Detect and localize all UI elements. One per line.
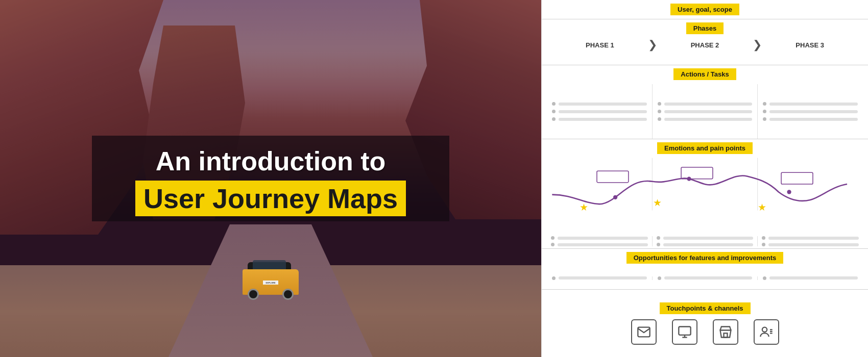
action-line	[657, 243, 754, 246]
action-col-2	[653, 84, 758, 139]
svg-point-13	[762, 327, 766, 332]
line-bar	[559, 103, 647, 106]
line-bar	[768, 243, 859, 246]
line-bar	[558, 243, 648, 246]
line-bar	[663, 243, 754, 246]
bullet-dot	[658, 117, 661, 121]
bullet-dot	[658, 276, 661, 280]
line-bar	[559, 118, 647, 121]
phase-1: PHASE 1	[552, 41, 648, 49]
bullet-dot	[763, 110, 766, 113]
van-plate: EXPLORE	[263, 280, 278, 285]
touchpoints-icons	[631, 319, 779, 345]
van-window	[253, 260, 286, 269]
user-goal-scope-badge: User, goal, scope	[670, 4, 739, 15]
bullet-dot	[762, 243, 765, 246]
van-wheel-rear	[282, 289, 294, 300]
van: EXPLORE	[240, 265, 301, 301]
svg-rect-2	[597, 171, 629, 183]
van-container: EXPLORE	[240, 265, 301, 301]
emotions-badge: Emotions and pain points	[657, 142, 753, 154]
touchpoints-badge-row: Touchpoints & channels	[660, 302, 751, 314]
action-line	[657, 236, 754, 240]
svg-point-7	[787, 190, 791, 194]
emotions-line-col-2	[653, 236, 758, 246]
phases-badge: Phases	[686, 22, 724, 34]
line-bar	[664, 103, 753, 106]
line-bar	[664, 118, 753, 121]
bullet-dot	[657, 236, 660, 240]
action-line	[552, 102, 647, 106]
opp-col-1	[547, 276, 653, 280]
phases-row: Phases PHASE 1 ❯ PHASE 2 ❯ PHASE 3	[542, 19, 868, 65]
line-bar	[559, 110, 647, 113]
svg-rect-12	[724, 333, 727, 337]
action-line	[551, 243, 648, 246]
actions-columns	[542, 84, 868, 139]
bullet-dot	[763, 117, 766, 121]
bullet-dot	[658, 102, 661, 106]
intro-line2: User Journey Maps	[135, 181, 406, 216]
svg-rect-9	[679, 326, 690, 335]
line-bar	[663, 237, 754, 240]
action-line	[763, 102, 858, 106]
line-bar	[768, 237, 859, 240]
phase-2: PHASE 2	[657, 41, 753, 49]
line-bar	[769, 276, 858, 279]
action-line	[552, 117, 647, 121]
line-bar	[559, 276, 647, 279]
opportunities-columns	[542, 267, 868, 289]
emotions-line-col-3	[758, 236, 863, 246]
opp-col-3	[758, 276, 863, 280]
line-bar	[558, 237, 648, 240]
action-col-3	[758, 84, 863, 139]
action-line	[552, 110, 647, 113]
touchpoints-badge: Touchpoints & channels	[660, 302, 751, 314]
opportunities-badge: Opportunities for features and improveme…	[626, 252, 784, 264]
email-icon	[631, 319, 657, 345]
intro-line1: An introduction to	[112, 146, 429, 176]
bullet-dot	[763, 276, 766, 280]
touchpoints-row: Touchpoints & channels	[542, 290, 868, 357]
right-panel: User, goal, scope Phases PHASE 1 ❯ PHASE…	[541, 0, 868, 357]
actions-badge: Actions / Tasks	[673, 68, 736, 80]
bullet-dot	[762, 236, 765, 240]
bullet-dot	[763, 102, 766, 106]
bullet-dot	[552, 276, 556, 280]
phase-arrow-1: ❯	[648, 38, 657, 52]
monitor-icon	[672, 319, 697, 345]
phases-badge-row: Phases	[686, 22, 724, 34]
bullet-dot	[552, 117, 556, 121]
user-chat-icon	[754, 319, 779, 345]
action-line	[763, 110, 858, 113]
bullet-dot	[551, 236, 554, 240]
emotions-chart-area: ★ ★ ★	[542, 156, 868, 236]
emotion-wave-svg: ★ ★ ★	[547, 156, 863, 212]
title-overlay: An introduction to User Journey Maps	[92, 136, 449, 221]
action-line	[658, 102, 753, 106]
van-wheel-front	[248, 289, 259, 300]
svg-rect-3	[681, 167, 713, 179]
title-dark-bg: An introduction to User Journey Maps	[92, 136, 449, 221]
line-bar	[769, 103, 858, 106]
line-bar	[664, 110, 753, 113]
emotions-lines-area	[542, 236, 868, 248]
bullet-dot	[552, 110, 556, 113]
action-line	[658, 276, 753, 280]
star-3: ★	[758, 202, 766, 213]
bullet-dot	[552, 102, 556, 106]
action-line	[552, 276, 647, 280]
emotions-line-col-1	[547, 236, 653, 246]
svg-point-5	[613, 195, 617, 199]
action-col-1	[547, 84, 653, 139]
bullet-dot	[551, 243, 554, 246]
phase-arrow-2: ❯	[753, 38, 762, 52]
action-line	[762, 236, 859, 240]
emotions-row: Emotions and pain points	[542, 139, 868, 249]
phase-3: PHASE 3	[762, 41, 858, 49]
user-goal-scope-row: User, goal, scope	[542, 0, 868, 19]
store-icon	[713, 319, 738, 345]
opp-col-2	[653, 276, 758, 280]
opportunities-row: Opportunities for features and improveme…	[542, 249, 868, 290]
action-line	[762, 243, 859, 246]
